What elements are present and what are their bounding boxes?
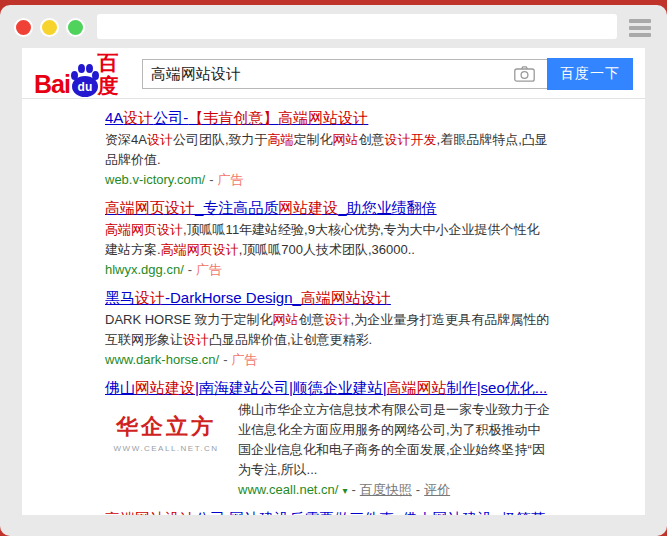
address-bar[interactable]	[97, 14, 617, 39]
result-title-link[interactable]: 佛山网站建设|南海建站公司|顺德企业建站|高端网站制作|seo优化...	[105, 379, 547, 397]
close-button-icon[interactable]	[14, 18, 33, 37]
result-url: www.ceall.net.cn/	[238, 482, 338, 497]
logo-text-du: du	[72, 76, 98, 97]
results-list: 4A设计公司-【韦肯创意】高端网站设计 资深4A设计公司团队,致力于高端定制化网…	[22, 99, 645, 515]
result-title-link[interactable]: 黑马设计-DarkHorse Design_高端网站设计	[105, 289, 391, 307]
logo-text-bai: Bai	[34, 71, 70, 97]
maximize-button-icon[interactable]	[66, 18, 85, 37]
result-url: www.dark-horse.cn/	[105, 352, 219, 367]
result-thumbnail[interactable]: 华企立方 WWW.CEALL.NET.CN	[105, 403, 227, 465]
search-box: 百度一下	[142, 58, 633, 90]
baidu-logo[interactable]: Bai du 百度	[34, 51, 134, 97]
result-url-line: www.dark-horse.cn/-广告	[105, 350, 550, 370]
search-results-page: Bai du 百度 百度一下	[22, 48, 645, 515]
browser-titlebar	[0, 5, 667, 48]
ad-badge: 广告	[196, 262, 222, 277]
logo-text-cn: 百度	[97, 51, 134, 97]
baidu-paw-icon: du	[71, 63, 95, 97]
result-url-line: www.ceall.net.cn/▾-百度快照-评价	[238, 480, 550, 501]
snapshot-link[interactable]: 百度快照	[360, 482, 412, 497]
result-description: 资深4A设计公司团队,致力于高端定制化网站创意设计开发,着眼品牌特点,凸显品牌价…	[105, 130, 550, 170]
window-controls	[14, 18, 85, 37]
ad-badge: 广告	[218, 172, 244, 187]
result-url-line: hlwyx.dgg.cn/-广告	[105, 260, 550, 280]
search-result: 高端网页设计_专注高品质网站建设_助您业绩翻倍 高端网页设计,顶呱呱11年建站经…	[105, 199, 550, 280]
review-link[interactable]: 评价	[424, 482, 450, 497]
baidu-header: Bai du 百度 百度一下	[22, 48, 645, 99]
thumbnail-url-text: WWW.CEALL.NET.CN	[114, 444, 219, 453]
search-input[interactable]	[142, 59, 547, 89]
search-result: 4A设计公司-【韦肯创意】高端网站设计 资深4A设计公司团队,致力于高端定制化网…	[105, 109, 550, 190]
result-url: web.v-ictory.com/	[105, 172, 205, 187]
camera-icon[interactable]	[514, 66, 535, 82]
thumbnail-brand-text: 华企立方	[116, 415, 216, 439]
ad-badge: 广告	[232, 352, 258, 367]
result-title-link[interactable]: 高端网站设计公司:网站建设后需要做三件事_佛山网站建设_极简慕枫	[105, 510, 550, 515]
minimize-button-icon[interactable]	[40, 18, 59, 37]
result-title-link[interactable]: 4A设计公司-【韦肯创意】高端网站设计	[105, 109, 368, 127]
browser-window: Bai du 百度 百度一下	[0, 5, 667, 536]
result-description: DARK HORSE 致力于定制化网站创意设计,为企业量身打造更具有品牌属性的互…	[105, 310, 550, 350]
result-description: 高端网页设计,顶呱呱11年建站经验,9大核心优势,专为大中小企业提供个性化建站方…	[105, 220, 550, 260]
result-title-link[interactable]: 高端网页设计_专注高品质网站建设_助您业绩翻倍	[105, 199, 437, 217]
search-result: 黑马设计-DarkHorse Design_高端网站设计 DARK HORSE …	[105, 289, 550, 370]
result-description: 佛山市华企立方信息技术有限公司是一家专业致力于企业信息化全方面应用服务的网络公司…	[238, 400, 550, 480]
result-url-line: web.v-ictory.com/-广告	[105, 170, 550, 190]
search-result: 佛山网站建设|南海建站公司|顺德企业建站|高端网站制作|seo优化... 华企立…	[105, 379, 550, 501]
result-url: hlwyx.dgg.cn/	[105, 262, 184, 277]
menu-icon[interactable]	[629, 19, 651, 37]
chevron-down-icon[interactable]: ▾	[342, 485, 347, 496]
search-result: 高端网站设计公司:网站建设后需要做三件事_佛山网站建设_极简慕枫 2018年6月…	[105, 510, 550, 515]
search-button[interactable]: 百度一下	[547, 58, 633, 90]
